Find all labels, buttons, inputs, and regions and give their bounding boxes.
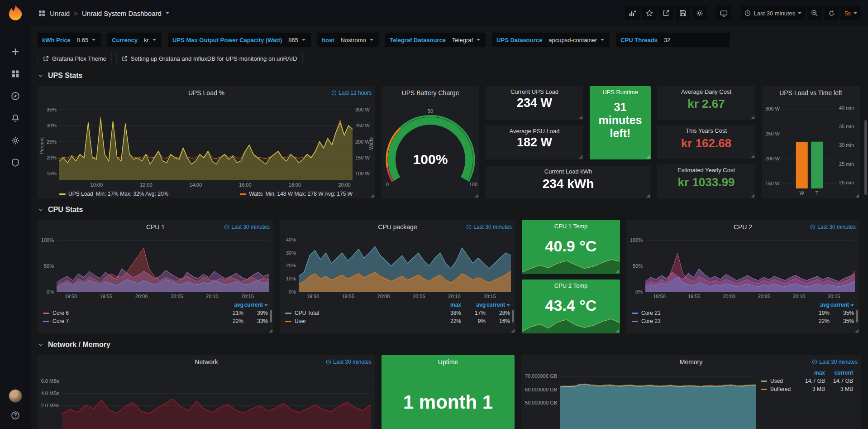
legend-column-avg[interactable]: avg [461,302,486,308]
panel-resize-handle[interactable] [855,329,858,333]
refresh-interval-picker[interactable]: 5s [841,6,861,20]
panel-title[interactable]: CPU 2 [734,223,752,231]
tv-mode-button[interactable] [716,6,731,20]
share-button[interactable] [659,6,673,20]
sidebar-alerting-button[interactable] [0,107,31,129]
legend-scrollbar[interactable] [856,310,858,323]
sidebar-dashboards-button[interactable] [0,63,31,85]
sidebar-configuration-button[interactable] [0,129,31,151]
panel-title[interactable]: Memory [680,358,703,366]
breadcrumb-root[interactable]: Unraid [50,10,70,17]
panel-title[interactable]: UPS Battery Charge [402,89,459,96]
panel-resize-handle[interactable] [646,194,650,198]
variable-select[interactable]: apcupsd-container [547,37,610,43]
caret-down-icon[interactable] [166,12,169,14]
breadcrumb-current[interactable]: Unraid System Dashboard [82,10,162,17]
sidebar-explore-button[interactable] [0,85,31,107]
panel-title[interactable]: Average Daily Cost [681,88,731,95]
sidebar-help-button[interactable] [0,408,31,423]
variable-input[interactable]: 32 [662,37,730,43]
legend-scrollbar[interactable] [512,310,514,323]
panel-title[interactable]: CPU package [378,223,417,231]
legend-column-current[interactable]: current [830,302,854,308]
legend-series[interactable]: UPS LoadMin: 17% Max: 32% Avg: 20% [59,191,168,197]
variable-select[interactable]: kr [142,37,162,43]
legend-column-current[interactable]: current [825,370,853,376]
panel-title[interactable]: Network [195,358,218,366]
panel-resize-handle[interactable] [615,329,619,333]
variable-select[interactable]: 865 [286,37,311,43]
panel-resize-handle[interactable] [646,155,650,159]
panel-resize-handle[interactable] [511,329,515,333]
panel-title[interactable]: UPS Runtime [602,89,638,96]
panel-title[interactable]: Average PSU Load [509,128,559,135]
panel-title[interactable]: CPU 1 Temp [554,223,587,230]
panel-resize-handle[interactable] [579,155,582,159]
variable-select[interactable]: Telegraf [450,37,486,43]
grafana-logo[interactable] [6,4,24,22]
legend-series[interactable]: Core 21 [632,310,805,316]
panel-time-range[interactable]: Last 30 minutes [224,224,270,230]
sidebar-admin-button[interactable] [0,151,31,174]
legend-column-max[interactable]: max [797,370,825,376]
sidebar-create-button[interactable] [0,40,31,63]
svg-text:40 min: 40 min [839,105,854,111]
legend-series[interactable]: CPU Total [285,310,437,316]
panel-time-range[interactable]: Last 30 minutes [810,224,856,230]
panel-title[interactable]: CPU 2 Temp [554,282,587,289]
panel-title[interactable]: Current UPS Load [510,88,558,95]
panel-time-range[interactable]: Last 30 minutes [326,359,372,365]
variable-select[interactable]: 0.65 [75,37,101,43]
save-button[interactable] [676,6,690,20]
time-range-text: Last 30 minutes [819,359,858,365]
panel-title[interactable]: UPS Load vs Time left [779,89,842,96]
section-network-memory[interactable]: Network / Memory [38,341,861,349]
legend-series[interactable]: Core 23 [632,318,805,324]
panel-resize-handle[interactable] [371,194,374,198]
legend-series[interactable]: WattsMin: 148 W Max: 278 W Avg: 175 W [240,191,353,197]
zoom-out-button[interactable] [807,6,822,20]
dashboard-link[interactable]: Setting up Grafana and InfluxDB for UPS … [116,52,303,65]
refresh-button[interactable] [824,6,839,20]
page-scrollbar-thumb[interactable] [864,120,867,195]
legend-column-avg[interactable]: avg [219,302,243,308]
panel-resize-handle[interactable] [475,194,478,198]
variable-select[interactable]: Nostromo [339,37,378,43]
panel-title[interactable]: UPS Load % [188,89,224,96]
user-avatar[interactable] [9,389,22,403]
panel-resize-handle[interactable] [615,270,619,273]
dashboard-link[interactable]: Grafana Plex Theme [38,52,112,65]
panel-title[interactable]: Uptime [438,358,458,366]
panel-resize-handle[interactable] [751,194,754,198]
variable-kwh-price: kWh Price0.65 [38,33,101,47]
panel-title[interactable]: Estimated Yearly Cost [677,167,735,174]
panel-resize-handle[interactable] [751,116,754,119]
star-button[interactable] [642,6,657,20]
legend-column-current[interactable]: current [486,302,510,308]
legend-series[interactable]: Core 7 [43,318,219,324]
panel-resize-handle[interactable] [751,154,754,158]
legend-series[interactable]: User [285,318,437,324]
panel-title[interactable]: Current Load kWh [544,168,592,175]
panel-time-range[interactable]: Last 12 hours [331,90,372,96]
panel-time-range[interactable]: Last 30 minutes [812,359,858,365]
legend-series[interactable]: Used [761,378,797,384]
panel-title[interactable]: CPU 1 [146,223,165,231]
time-range-picker[interactable]: Last 30 minutes [741,6,805,20]
panel-resize-handle[interactable] [579,116,582,119]
panel-time-range[interactable]: Last 30 minutes [466,224,512,230]
legend-series[interactable]: Core 6 [43,310,219,316]
panel-resize-handle[interactable] [855,194,859,198]
legend-column-max[interactable]: max [437,302,461,308]
dashboard-settings-button[interactable] [692,6,707,20]
panel-title[interactable]: This Years Cost [686,127,727,134]
legend-column-current[interactable]: current [243,302,268,308]
legend-column-avg[interactable]: avg [805,302,830,308]
legend-series[interactable]: Buffered [761,386,797,392]
legend-scrollbar[interactable] [270,310,272,323]
section-ups-stats[interactable]: UPS Stats [38,72,861,80]
navbar: Unraid > Unraid System Dashboard Last 30… [31,0,868,26]
add-panel-button[interactable] [625,6,640,20]
panel-resize-handle[interactable] [269,329,272,333]
section-cpu-stats[interactable]: CPU Stats [38,206,861,214]
